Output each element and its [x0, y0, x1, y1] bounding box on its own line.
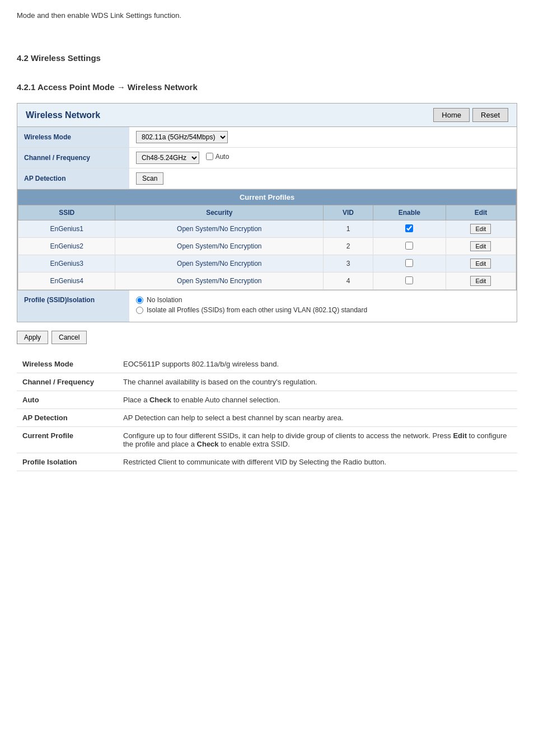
desc-text-auto: Place a Check to enable Auto channel sel…	[118, 391, 517, 409]
panel-header-buttons: Home Reset	[433, 108, 508, 122]
col-security: Security	[115, 205, 324, 220]
profile-vid-2: 2	[324, 238, 373, 255]
panel-title: Wireless Network	[26, 110, 100, 120]
channel-frequency-select[interactable]: Ch48-5.24GHz	[136, 152, 199, 164]
profile-ssid-4: EnGenius4	[18, 273, 115, 290]
desc-text-ap: AP Detection can help to select a best c…	[118, 409, 517, 427]
cancel-button[interactable]: Cancel	[51, 331, 87, 344]
wireless-mode-value-cell: 802.11a (5GHz/54Mbps)	[129, 127, 517, 148]
col-vid: VID	[324, 205, 373, 220]
channel-frequency-cell: Ch48-5.24GHz Auto	[129, 148, 517, 168]
desc-term-ap: AP Detection	[17, 409, 118, 427]
profile-row-4: EnGenius4 Open System/No Encryption 4 Ed…	[18, 273, 516, 290]
wireless-mode-select[interactable]: 802.11a (5GHz/54Mbps)	[136, 131, 228, 143]
profile-ssid-3: EnGenius3	[18, 255, 115, 273]
channel-frequency-row: Channel / Frequency Ch48-5.24GHz Auto	[17, 148, 517, 168]
profile-edit-3: Edit	[446, 255, 516, 273]
col-ssid: SSID	[18, 205, 115, 220]
isolation-options-cell: No Isolation Isolate all Profiles (SSIDs…	[129, 290, 517, 322]
no-isolation-text: No Isolation	[147, 296, 182, 304]
profile-vid-4: 4	[324, 273, 373, 290]
section-heading-421: 4.2.1 Access Point Mode → Wireless Netwo…	[17, 82, 517, 92]
desc-wireless-mode: Wireless Mode EOC5611P supports 802.11a/…	[17, 355, 517, 373]
col-enable: Enable	[373, 205, 446, 220]
profiles-table: SSID Security VID Enable Edit EnGenius1 …	[18, 205, 516, 290]
desc-term-isolation: Profile Isolation	[17, 453, 118, 471]
profiles-header: Current Profiles	[18, 190, 516, 205]
ap-detection-row: AP Detection Scan	[17, 168, 517, 189]
desc-text-isolation: Restricted Client to communicate with di…	[118, 453, 517, 471]
profile-edit-button-2[interactable]: Edit	[470, 241, 491, 251]
profile-security-4: Open System/No Encryption	[115, 273, 324, 290]
desc-ap-detection: AP Detection AP Detection can help to se…	[17, 409, 517, 427]
intro-text: Mode and then enable WDS Link Settings f…	[17, 11, 517, 20]
isolation-label: Profile (SSID)Isolation	[17, 290, 129, 322]
profile-ssid-1: EnGenius1	[18, 220, 115, 238]
profile-enable-checkbox-1[interactable]	[405, 224, 413, 232]
settings-table: Wireless Mode 802.11a (5GHz/54Mbps) Chan…	[17, 127, 517, 189]
profile-enable-4	[373, 273, 446, 290]
isolate-radio[interactable]	[136, 307, 143, 314]
profile-ssid-2: EnGenius2	[18, 238, 115, 255]
profile-security-1: Open System/No Encryption	[115, 220, 324, 238]
reset-button[interactable]: Reset	[472, 108, 508, 122]
desc-channel-frequency: Channel / Frequency The channel availabi…	[17, 373, 517, 391]
profile-vid-3: 3	[324, 255, 373, 273]
wireless-network-panel: Wireless Network Home Reset Wireless Mod…	[17, 103, 517, 322]
isolation-table: Profile (SSID)Isolation No Isolation Iso…	[17, 290, 517, 322]
channel-frequency-label: Channel / Frequency	[17, 148, 129, 168]
desc-profile-isolation: Profile Isolation Restricted Client to c…	[17, 453, 517, 471]
profile-row-2: EnGenius2 Open System/No Encryption 2 Ed…	[18, 238, 516, 255]
profile-enable-3	[373, 255, 446, 273]
desc-auto: Auto Place a Check to enable Auto channe…	[17, 391, 517, 409]
apply-cancel-group: Apply Cancel	[17, 331, 517, 344]
profile-edit-1: Edit	[446, 220, 516, 238]
description-table: Wireless Mode EOC5611P supports 802.11a/…	[17, 355, 517, 471]
apply-button[interactable]: Apply	[17, 331, 48, 344]
isolate-text: Isolate all Profiles (SSIDs) from each o…	[147, 306, 367, 314]
isolate-option: Isolate all Profiles (SSIDs) from each o…	[136, 306, 510, 314]
profile-enable-2	[373, 238, 446, 255]
panel-header: Wireless Network Home Reset	[17, 104, 517, 127]
desc-term-wireless-mode: Wireless Mode	[17, 355, 118, 373]
profile-enable-1	[373, 220, 446, 238]
profile-security-3: Open System/No Encryption	[115, 255, 324, 273]
profile-enable-checkbox-4[interactable]	[405, 276, 413, 284]
desc-term-channel: Channel / Frequency	[17, 373, 118, 391]
home-button[interactable]: Home	[433, 108, 470, 122]
profile-edit-2: Edit	[446, 238, 516, 255]
auto-text: Auto	[216, 153, 229, 161]
profile-row-1: EnGenius1 Open System/No Encryption 1 Ed…	[18, 220, 516, 238]
isolation-row: Profile (SSID)Isolation No Isolation Iso…	[17, 290, 517, 322]
auto-checkbox[interactable]	[206, 153, 213, 160]
profile-vid-1: 1	[324, 220, 373, 238]
col-edit: Edit	[446, 205, 516, 220]
profile-edit-button-4[interactable]: Edit	[470, 276, 491, 286]
no-isolation-radio[interactable]	[136, 297, 143, 304]
ap-detection-cell: Scan	[129, 168, 517, 189]
auto-label: Auto	[206, 153, 229, 161]
desc-text-wireless-mode: EOC5611P supports 802.11a/b/g wireless b…	[118, 355, 517, 373]
desc-current-profile: Current Profile Configure up to four dif…	[17, 427, 517, 453]
section-heading-42: 4.2 Wireless Settings	[17, 53, 517, 63]
profile-security-2: Open System/No Encryption	[115, 238, 324, 255]
profile-edit-4: Edit	[446, 273, 516, 290]
current-profiles-section: Current Profiles SSID Security VID Enabl…	[17, 189, 517, 290]
desc-term-profile: Current Profile	[17, 427, 118, 453]
wireless-mode-label: Wireless Mode	[17, 127, 129, 148]
profiles-table-header-row: SSID Security VID Enable Edit	[18, 205, 516, 220]
wireless-mode-row: Wireless Mode 802.11a (5GHz/54Mbps)	[17, 127, 517, 148]
scan-button[interactable]: Scan	[136, 172, 163, 185]
profile-enable-checkbox-3[interactable]	[405, 259, 413, 267]
ap-detection-label: AP Detection	[17, 168, 129, 189]
profile-row-3: EnGenius3 Open System/No Encryption 3 Ed…	[18, 255, 516, 273]
no-isolation-option: No Isolation	[136, 296, 510, 304]
profile-enable-checkbox-2[interactable]	[405, 242, 413, 250]
profile-edit-button-3[interactable]: Edit	[470, 259, 491, 269]
desc-text-channel: The channel availability is based on the…	[118, 373, 517, 391]
desc-term-auto: Auto	[17, 391, 118, 409]
desc-text-profile: Configure up to four different SSIDs, it…	[118, 427, 517, 453]
profile-edit-button-1[interactable]: Edit	[470, 224, 491, 234]
